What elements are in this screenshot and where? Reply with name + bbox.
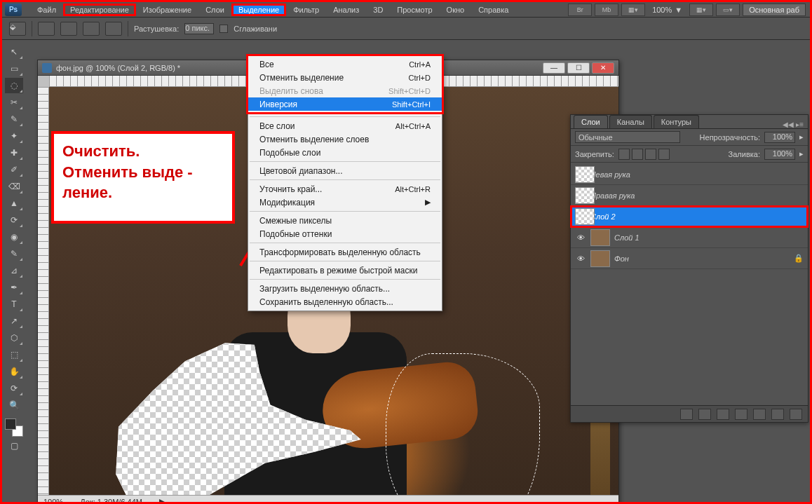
gradient-tool[interactable]: ◉	[5, 229, 23, 245]
menu-item-цветовой-диапазон-[interactable]: Цветовой диапазон...	[248, 164, 442, 177]
blur-tool[interactable]: ✎	[5, 246, 23, 261]
zoom-tool[interactable]: 🔍	[5, 397, 23, 413]
path-select-tool[interactable]: ↗	[5, 313, 23, 329]
minibridge-button[interactable]: Mb	[595, 4, 618, 16]
menu-item-смежные-пикселы[interactable]: Смежные пикселы	[248, 214, 442, 227]
fill-arrow-icon[interactable]: ▸	[799, 149, 804, 158]
arrange-button[interactable]: ▦▾	[689, 4, 713, 16]
feather-input[interactable]: 0 пикс.	[184, 23, 214, 34]
fill-input[interactable]: 100%	[764, 149, 795, 160]
lock-pixels-icon[interactable]	[632, 149, 643, 160]
selection-subtract-icon[interactable]	[83, 22, 100, 36]
menu-window[interactable]: Окно	[440, 4, 472, 16]
layer-thumbnail[interactable]	[590, 229, 610, 246]
type-tool[interactable]: T	[5, 297, 23, 312]
menu-item-подобные-оттенки[interactable]: Подобные оттенки	[248, 227, 442, 240]
layer-thumbnail[interactable]	[575, 208, 595, 225]
menu-item-загрузить-выделенную-область-[interactable]: Загрузить выделенную область...	[248, 282, 442, 295]
window-minimize-button[interactable]: —	[543, 62, 565, 74]
lock-all-icon[interactable]	[658, 149, 670, 160]
foreground-swatch[interactable]	[5, 418, 16, 430]
tab-layers[interactable]: Слои	[574, 115, 608, 128]
eraser-tool[interactable]: ⟳	[5, 212, 23, 228]
window-close-button[interactable]: ✕	[592, 62, 614, 74]
zoom-display[interactable]: 100%▼	[648, 6, 686, 14]
screenmode-button[interactable]: ▭▾	[716, 4, 740, 16]
menu-help[interactable]: Справка	[471, 4, 515, 16]
menu-item-трансформировать-выделенную-область[interactable]: Трансформировать выделенную область	[248, 245, 442, 259]
menu-item-сохранить-выделенную-область-[interactable]: Сохранить выделенную область...	[248, 295, 442, 308]
layer-group-icon[interactable]	[753, 409, 766, 420]
lock-transparency-icon[interactable]	[618, 149, 630, 160]
menu-3d[interactable]: 3D	[366, 4, 390, 16]
layer-row[interactable]: Правая рука	[571, 185, 808, 206]
extras-button[interactable]: ▦▾	[621, 4, 645, 16]
menu-select[interactable]: Выделение	[231, 4, 286, 16]
menu-file[interactable]: Файл	[30, 4, 63, 16]
marquee-tool[interactable]: ▭	[5, 61, 23, 76]
menu-item-отменить-выделение[interactable]: Отменить выделениеCtrl+D	[248, 71, 442, 84]
antialias-checkbox[interactable]	[219, 25, 228, 33]
layer-row[interactable]: 👁Фон🔒	[571, 248, 808, 269]
ruler-vertical[interactable]	[38, 87, 49, 495]
layer-name[interactable]: Фон	[614, 254, 790, 263]
bridge-button[interactable]: Br	[568, 4, 592, 16]
status-docinfo[interactable]: Док: 1,30M/6,44M	[80, 498, 142, 505]
blend-mode-select[interactable]: Обычные	[575, 131, 680, 143]
3d-tool[interactable]: ⬚	[5, 347, 23, 362]
selection-new-icon[interactable]	[38, 22, 55, 36]
healing-tool[interactable]: ✚	[5, 145, 23, 161]
new-layer-icon[interactable]	[771, 409, 784, 420]
opacity-input[interactable]: 100%	[764, 132, 795, 143]
tab-channels[interactable]: Каналы	[609, 115, 652, 128]
layer-name[interactable]: Слой 1	[614, 233, 804, 242]
menu-item-модификация[interactable]: Модификация▶	[248, 196, 442, 209]
menu-item-выделить-снова[interactable]: Выделить сноваShift+Ctrl+D	[248, 84, 442, 97]
pen-tool[interactable]: ✒	[5, 280, 23, 295]
layer-thumbnail[interactable]	[575, 166, 595, 183]
selection-add-icon[interactable]	[60, 22, 77, 36]
menu-image[interactable]: Изображение	[136, 4, 198, 16]
menu-filter[interactable]: Фильтр	[286, 4, 326, 16]
status-arrow-icon[interactable]: ▶	[159, 497, 165, 504]
tool-preset-icon[interactable]: ⬙	[9, 22, 26, 36]
stamp-tool[interactable]: ⌫	[5, 179, 23, 194]
menu-item-инверсия[interactable]: ИнверсияShift+Ctrl+I	[248, 97, 442, 111]
menu-item-все[interactable]: ВсеCtrl+A	[248, 57, 442, 71]
color-swatches[interactable]	[5, 418, 23, 437]
layer-thumbnail[interactable]	[575, 187, 595, 204]
layer-name[interactable]: Слой 2	[590, 212, 804, 221]
opacity-arrow-icon[interactable]: ▸	[799, 132, 804, 142]
layer-thumbnail[interactable]	[590, 250, 610, 267]
shape-tool[interactable]: ⬡	[5, 330, 23, 346]
menu-edit[interactable]: Редактирование	[63, 4, 136, 16]
eyedropper-tool[interactable]: ✎	[5, 111, 23, 127]
status-zoom[interactable]: 100%	[43, 498, 63, 505]
selection-intersect-icon[interactable]	[105, 22, 122, 36]
lasso-tool[interactable]: ◌	[5, 78, 23, 93]
menu-item-отменить-выделение-слоев[interactable]: Отменить выделение слоев	[248, 132, 442, 146]
history-brush-tool[interactable]: ▲	[5, 196, 23, 211]
link-layers-icon[interactable]	[680, 409, 693, 420]
menu-analysis[interactable]: Анализ	[326, 4, 366, 16]
layer-row[interactable]: 👁Слой 2	[571, 206, 808, 227]
delete-layer-icon[interactable]	[790, 409, 802, 420]
menu-layers[interactable]: Слои	[198, 4, 231, 16]
menu-item-редактировать-в-режиме-быстрой-маски[interactable]: Редактировать в режиме быстрой маски	[248, 264, 442, 277]
lock-position-icon[interactable]	[645, 149, 656, 160]
brush-tool[interactable]: ✐	[5, 162, 23, 177]
layer-name[interactable]: Правая рука	[590, 191, 804, 200]
menu-view[interactable]: Просмотр	[390, 4, 439, 16]
crop-tool[interactable]: ✂	[5, 95, 23, 110]
hand-tool[interactable]: ✋	[5, 364, 23, 379]
dodge-tool[interactable]: ⊿	[5, 263, 23, 278]
quickmask-toggle[interactable]: ▢	[5, 438, 23, 454]
window-maximize-button[interactable]: ☐	[567, 62, 590, 74]
layer-name[interactable]: Левая рука	[590, 170, 804, 179]
wand-tool[interactable]: ✦	[5, 128, 23, 144]
layer-mask-icon[interactable]	[717, 409, 729, 420]
rotate-tool[interactable]: ⟳	[5, 381, 23, 396]
layer-row[interactable]: 👁Левая рука	[571, 164, 808, 185]
adjustment-layer-icon[interactable]	[735, 409, 747, 420]
menu-item-уточнить-край-[interactable]: Уточнить край...Alt+Ctrl+R	[248, 182, 442, 196]
